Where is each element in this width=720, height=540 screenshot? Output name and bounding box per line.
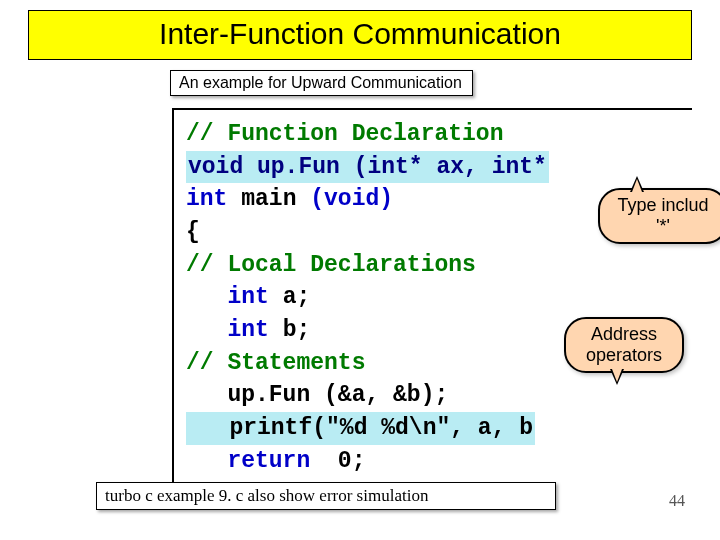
code-line: printf("%d %d\n", a, b (186, 412, 535, 445)
footer-box: turbo c example 9. c also show error sim… (96, 482, 556, 510)
code-line: int b; (186, 317, 310, 343)
callout-pointer-icon (610, 369, 624, 385)
code-block: // Function Declaration void up.Fun (int… (174, 110, 692, 477)
slide-title-bar: Inter-Function Communication (28, 10, 692, 60)
code-line: int main (void) (186, 186, 393, 212)
code-line: void up.Fun (int* ax, int* (186, 151, 549, 184)
code-line: return 0; (186, 448, 365, 474)
code-comment: // Statements (186, 350, 365, 376)
callout-type-includes: Type includ '*' (598, 188, 720, 244)
code-comment: // Local Declarations (186, 252, 476, 278)
page-number: 44 (669, 492, 685, 510)
code-line: up.Fun (&a, &b); (186, 382, 448, 408)
slide-title: Inter-Function Communication (39, 17, 681, 51)
subtitle-box: An example for Upward Communication (170, 70, 473, 96)
callout-pointer-icon (630, 176, 644, 192)
callout-address-operators: Address operators (564, 317, 684, 373)
code-line: { (186, 219, 200, 245)
code-frame: // Function Declaration void up.Fun (int… (172, 108, 692, 486)
code-comment: // Function Declaration (186, 121, 503, 147)
code-line: int a; (186, 284, 310, 310)
